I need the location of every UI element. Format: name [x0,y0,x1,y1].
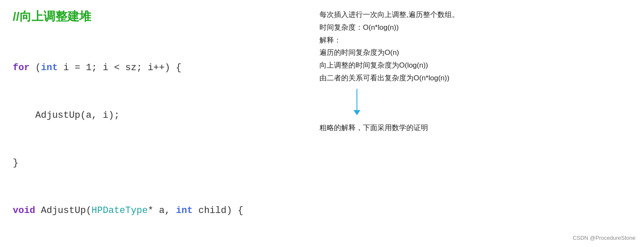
explanation-line-4: 遍历的时间复杂度为O(n) [319,46,631,59]
code-line-3: } [13,155,294,171]
code-line-4: void AdjustUp(HPDateType* a, int child) … [13,203,294,219]
arrow-container [354,89,631,115]
explanation-text: 每次插入进行一次向上调整,遍历整个数组。 时间复杂度：O(n*log(n)) 解… [319,9,631,85]
bottom-explanation: 粗略的解释，下面采用数学的证明 [319,122,631,134]
code-line-2: AdjustUp(a, i); [13,108,294,123]
explanation-line-6: 由二者的关系可看出复杂度为O(n*log(n)) [319,72,631,85]
explanation-line-3: 解释： [319,34,631,47]
bottom-text: 粗略的解释，下面采用数学的证明 [319,122,631,134]
comment-line: //向上调整建堆 [13,9,294,25]
explanation-line-5: 向上调整的时间复杂度为O(log(n)) [319,59,631,72]
code-line-1: for (int i = 1; i < sz; i++) { [13,60,294,76]
explanation-panel: 每次插入进行一次向上调整,遍历整个数组。 时间复杂度：O(n*log(n)) 解… [307,0,644,247]
explanation-line-1: 每次插入进行一次向上调整,遍历整个数组。 [319,9,631,21]
code-panel: //向上调整建堆 for (int i = 1; i < sz; i++) { … [0,0,307,247]
explanation-line-2: 时间复杂度：O(n*log(n)) [319,21,631,34]
code-block: for (int i = 1; i < sz; i++) { AdjustUp(… [13,28,294,247]
watermark: CSDN @ProcedureStone [572,233,635,243]
arrow-down-icon [354,89,360,115]
